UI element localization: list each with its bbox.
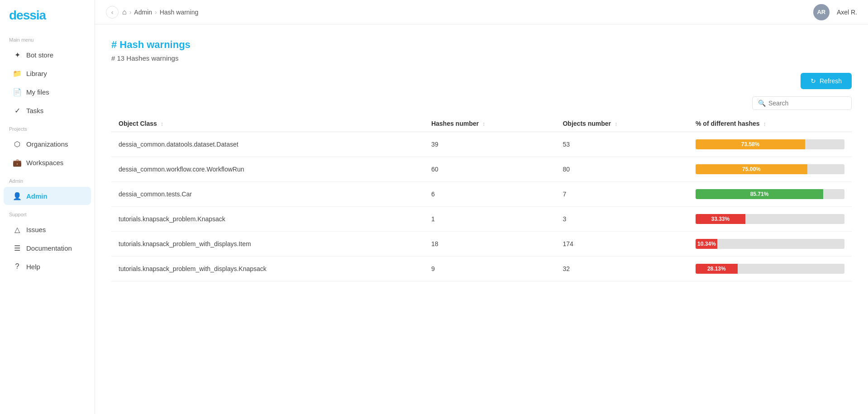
col-objects-number[interactable]: Objects number ↕ <box>555 115 688 132</box>
sidebar-icon-help: ? <box>13 262 22 271</box>
cell-hashes-number: 9 <box>424 257 556 281</box>
sidebar-section-label: Support <box>0 205 95 220</box>
table-body: dessia_common.datatools.dataset.Dataset3… <box>111 132 852 281</box>
sidebar-item-label-help: Help <box>26 263 40 271</box>
table-row: tutorials.knapsack_problem_with_displays… <box>111 232 852 257</box>
sidebar-item-label-documentation: Documentation <box>26 244 72 252</box>
refresh-button[interactable]: ↻ Refresh <box>801 73 852 89</box>
sidebar-icon-organizations: ⬡ <box>13 139 22 148</box>
sidebar: dessia Main menu✦Bot store📁Library📄My fi… <box>0 0 95 414</box>
sidebar-item-label-bot-store: Bot store <box>26 51 53 59</box>
main-area: ‹ ⌂ › Admin › Hash warning AR Axel R. # … <box>95 0 868 414</box>
refresh-label: Refresh <box>820 77 842 85</box>
sidebar-item-label-organizations: Organizations <box>26 140 68 148</box>
cell-objects-number: 174 <box>555 232 688 257</box>
sidebar-item-issues[interactable]: △Issues <box>4 220 91 238</box>
progress-label: 10.34% <box>697 241 716 247</box>
cell-object-class: tutorials.knapsack_problem.Knapsack <box>111 207 424 232</box>
breadcrumb: ⌂ › Admin › Hash warning <box>122 8 198 16</box>
progress-label: 33.33% <box>711 216 730 222</box>
page-title: # Hash warnings <box>111 39 852 51</box>
progress-label: 85.71% <box>750 191 769 197</box>
table-row: tutorials.knapsack_problem_with_displays… <box>111 257 852 281</box>
sidebar-item-admin[interactable]: 👤Admin <box>4 187 91 205</box>
table-row: dessia_common.tests.Car6785.71% <box>111 182 852 207</box>
sidebar-section-label: Projects <box>0 120 95 134</box>
cell-pct-hashes: 10.34% <box>688 232 852 257</box>
cell-hashes-number: 6 <box>424 182 556 207</box>
sidebar-item-label-workspaces: Workspaces <box>26 159 63 167</box>
sidebar-item-workspaces[interactable]: 💼Workspaces <box>4 153 91 171</box>
cell-hashes-number: 60 <box>424 157 556 182</box>
col-object-class[interactable]: Object Class ↕ <box>111 115 424 132</box>
avatar: AR <box>813 4 830 20</box>
breadcrumb-current: Hash warning <box>160 9 199 16</box>
sidebar-icon-admin: 👤 <box>13 191 22 200</box>
cell-object-class: dessia_common.datatools.dataset.Dataset <box>111 132 424 157</box>
cell-object-class: tutorials.knapsack_problem_with_displays… <box>111 257 424 281</box>
sidebar-item-tasks[interactable]: ✓Tasks <box>4 101 91 119</box>
refresh-icon: ↻ <box>811 77 816 85</box>
cell-hashes-number: 18 <box>424 232 556 257</box>
breadcrumb-admin[interactable]: Admin <box>134 9 152 16</box>
sidebar-item-library[interactable]: 📁Library <box>4 64 91 82</box>
sidebar-icon-my-files: 📄 <box>13 87 22 96</box>
sidebar-icon-issues: △ <box>13 225 22 234</box>
cell-object-class: tutorials.knapsack_problem_with_displays… <box>111 232 424 257</box>
search-input[interactable] <box>768 100 846 107</box>
cell-pct-hashes: 75.00% <box>688 157 852 182</box>
search-box: 🔍 <box>752 96 852 110</box>
toolbar-row: ↻ Refresh <box>111 73 852 89</box>
search-icon: 🔍 <box>758 100 766 107</box>
sidebar-item-documentation[interactable]: ☰Documentation <box>4 239 91 257</box>
sort-icon-pct: ↕ <box>763 121 766 127</box>
sidebar-icon-documentation: ☰ <box>13 243 22 252</box>
sidebar-icon-library: 📁 <box>13 69 22 78</box>
cell-objects-number: 32 <box>555 257 688 281</box>
sidebar-item-label-my-files: My files <box>26 88 49 96</box>
sort-icon-object-class: ↕ <box>161 121 163 127</box>
nav-back-button[interactable]: ‹ <box>106 6 119 19</box>
table-header: Object Class ↕ Hashes number ↕ Objects n… <box>111 115 852 132</box>
sort-icon-hashes: ↕ <box>482 121 485 127</box>
sidebar-item-help[interactable]: ?Help <box>4 257 91 276</box>
cell-hashes-number: 39 <box>424 132 556 157</box>
breadcrumb-home-icon[interactable]: ⌂ <box>122 8 127 16</box>
sidebar-item-label-tasks: Tasks <box>26 107 43 114</box>
cell-object-class: dessia_common.workflow.core.WorkflowRun <box>111 157 424 182</box>
sidebar-item-label-admin: Admin <box>26 192 48 200</box>
cell-pct-hashes: 73.58% <box>688 132 852 157</box>
sidebar-section-label: Main menu <box>0 31 95 45</box>
cell-pct-hashes: 85.71% <box>688 182 852 207</box>
cell-pct-hashes: 33.33% <box>688 207 852 232</box>
user-name: Axel R. <box>837 9 857 16</box>
data-table: Object Class ↕ Hashes number ↕ Objects n… <box>111 115 852 281</box>
breadcrumb-sep-2: › <box>155 9 157 16</box>
sidebar-section-label: Admin <box>0 172 95 186</box>
sidebar-item-label-library: Library <box>26 70 47 77</box>
col-pct-hashes[interactable]: % of different hashes ↕ <box>688 115 852 132</box>
sidebar-item-bot-store[interactable]: ✦Bot store <box>4 46 91 64</box>
sidebar-icon-workspaces: 💼 <box>13 158 22 167</box>
cell-objects-number: 3 <box>555 207 688 232</box>
col-hashes-number[interactable]: Hashes number ↕ <box>424 115 556 132</box>
progress-label: 75.00% <box>742 166 761 172</box>
page-subtitle: # 13 Hashes warnings <box>111 54 852 62</box>
table-row: tutorials.knapsack_problem.Knapsack1333.… <box>111 207 852 232</box>
cell-objects-number: 53 <box>555 132 688 157</box>
sidebar-icon-bot-store: ✦ <box>13 50 22 59</box>
table-row: dessia_common.workflow.core.WorkflowRun6… <box>111 157 852 182</box>
topbar: ‹ ⌂ › Admin › Hash warning AR Axel R. <box>95 0 868 24</box>
cell-objects-number: 80 <box>555 157 688 182</box>
cell-object-class: dessia_common.tests.Car <box>111 182 424 207</box>
sort-icon-objects: ↕ <box>615 121 617 127</box>
sidebar-item-label-issues: Issues <box>26 226 46 233</box>
app-logo: dessia <box>0 0 95 31</box>
sidebar-item-my-files[interactable]: 📄My files <box>4 83 91 101</box>
cell-pct-hashes: 28.13% <box>688 257 852 281</box>
cell-objects-number: 7 <box>555 182 688 207</box>
sidebar-item-organizations[interactable]: ⬡Organizations <box>4 135 91 153</box>
sidebar-icon-tasks: ✓ <box>13 106 22 115</box>
breadcrumb-sep-1: › <box>129 9 132 16</box>
cell-hashes-number: 1 <box>424 207 556 232</box>
